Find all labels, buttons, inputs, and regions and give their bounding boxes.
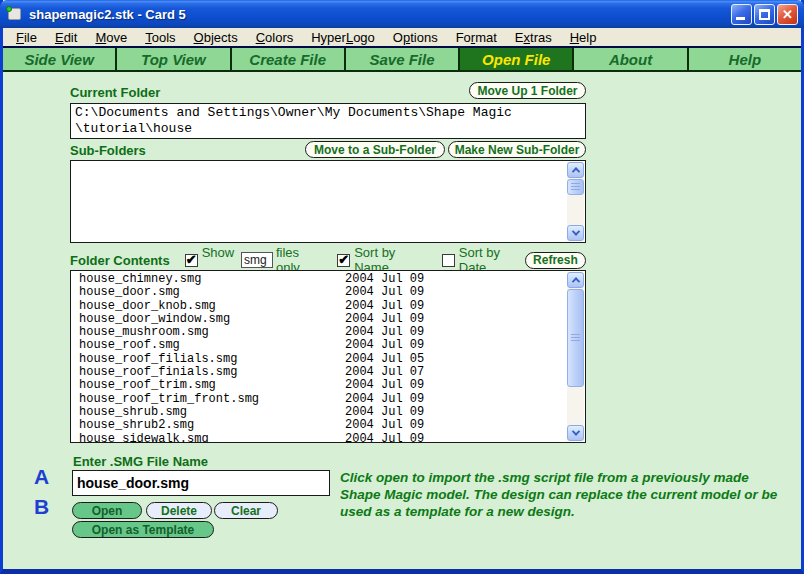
minimize-button[interactable] (731, 4, 752, 25)
tab-help[interactable]: Help (689, 48, 801, 70)
page-content: Current Folder Move Up 1 Folder C:\Docum… (3, 72, 801, 569)
sort-by-date-checkbox[interactable]: ✔ (442, 254, 455, 267)
app-window: shapemagic2.stk - Card 5 ✕ FileEditMoveT… (0, 0, 804, 574)
close-icon: ✕ (778, 5, 797, 24)
sub-folders-label: Sub-Folders (70, 143, 146, 158)
menu-item-tools[interactable]: Tools (136, 29, 184, 46)
show-filter-checkbox[interactable]: ✔ (185, 254, 198, 267)
file-row[interactable]: house_sidewalk.smg2004 Jul 09 (79, 433, 568, 443)
title-bar: shapemagic2.stk - Card 5 ✕ (0, 0, 804, 28)
chevron-up-icon (571, 167, 579, 175)
menu-item-format[interactable]: Format (447, 29, 506, 46)
menu-item-hyperlogo[interactable]: HyperLogo (302, 29, 384, 46)
file-row[interactable]: house_chimney.smg2004 Jul 09 (79, 273, 568, 286)
checkmark-icon: ✔ (186, 252, 197, 267)
make-new-subfolder-button[interactable]: Make New Sub-Folder (448, 141, 586, 158)
sub-folders-scrollbar (567, 162, 584, 241)
clear-button[interactable]: Clear (214, 502, 278, 519)
file-row[interactable]: house_shrub.smg2004 Jul 09 (79, 406, 568, 419)
window-title: shapemagic2.stk - Card 5 (29, 7, 725, 22)
scroll-down-button[interactable] (567, 425, 584, 441)
extension-input[interactable] (241, 252, 273, 268)
marker-a: A (34, 465, 49, 489)
open-button[interactable]: Open (72, 502, 142, 519)
file-list: house_chimney.smg2004 Jul 09house_door.s… (71, 271, 568, 442)
file-row[interactable]: house_mushroom.smg2004 Jul 09 (79, 326, 568, 339)
marker-b: B (34, 495, 49, 519)
tab-save-file[interactable]: Save File (346, 48, 460, 70)
path-line-1: C:\Documents and Settings\Owner\My Docum… (75, 105, 581, 121)
menu-item-file[interactable]: File (7, 29, 46, 46)
tab-side-view[interactable]: Side View (3, 48, 117, 70)
tab-bar: Side ViewTop ViewCreate FileSave FileOpe… (3, 48, 801, 72)
file-row[interactable]: house_roof_filials.smg2004 Jul 05 (79, 353, 568, 366)
menu-item-objects[interactable]: Objects (185, 29, 247, 46)
menu-item-colors[interactable]: Colors (247, 29, 303, 46)
menu-item-options[interactable]: Options (384, 29, 447, 46)
scrollbar-thumb[interactable] (567, 289, 584, 387)
scroll-down-button[interactable] (567, 225, 584, 241)
chevron-down-icon (571, 427, 579, 435)
file-row[interactable]: house_door_knob.smg2004 Jul 09 (79, 300, 568, 313)
file-row[interactable]: house_roof_trim.smg2004 Jul 09 (79, 379, 568, 392)
menu-item-move[interactable]: Move (86, 29, 136, 46)
current-folder-label: Current Folder (70, 85, 160, 100)
current-folder-path-field[interactable]: C:\Documents and Settings\Owner\My Docum… (70, 103, 586, 139)
app-icon (6, 6, 23, 22)
sort-by-name-checkbox[interactable]: ✔ (337, 254, 350, 267)
folder-contents-label: Folder Contents (70, 253, 170, 268)
folder-contents-listbox[interactable]: house_chimney.smg2004 Jul 09house_door.s… (70, 270, 586, 443)
minimize-icon (736, 17, 745, 20)
file-row[interactable]: house_roof_finials.smg2004 Jul 07 (79, 366, 568, 379)
scroll-up-button[interactable] (567, 162, 584, 178)
refresh-button[interactable]: Refresh (525, 252, 586, 269)
tab-create-file[interactable]: Create File (232, 48, 346, 70)
sub-folders-listbox[interactable] (70, 160, 586, 243)
maximize-button[interactable] (754, 4, 775, 25)
move-to-subfolder-button[interactable]: Move to a Sub-Folder (305, 141, 445, 158)
file-row[interactable]: house_roof.smg2004 Jul 09 (79, 339, 568, 352)
folder-contents-scrollbar (567, 272, 584, 441)
checkmark-icon: ✔ (338, 252, 349, 267)
delete-button[interactable]: Delete (146, 502, 212, 519)
tab-top-view[interactable]: Top View (117, 48, 231, 70)
instructions-text: Click open to import the .smg script fil… (340, 469, 792, 520)
menu-bar: FileEditMoveToolsObjectsColorsHyperLogoO… (3, 28, 801, 48)
menu-item-edit[interactable]: Edit (46, 29, 86, 46)
tab-about[interactable]: About (574, 48, 688, 70)
menu-item-help[interactable]: Help (561, 29, 606, 46)
path-line-2: \tutorial\house (75, 121, 581, 137)
file-row[interactable]: house_door_window.smg2004 Jul 09 (79, 313, 568, 326)
scrollbar-thumb[interactable] (567, 179, 584, 195)
menu-item-extras[interactable]: Extras (506, 29, 561, 46)
folder-contents-options: Folder Contents ✔ Show . files only ✔ So… (70, 251, 586, 269)
chevron-down-icon (571, 227, 579, 235)
tab-open-file[interactable]: Open File (460, 48, 574, 70)
maximize-icon (759, 9, 770, 20)
scroll-up-button[interactable] (567, 272, 584, 288)
file-row[interactable]: house_roof_trim_front.smg2004 Jul 09 (79, 393, 568, 406)
move-up-folder-button[interactable]: Move Up 1 Folder (469, 82, 586, 99)
close-button[interactable]: ✕ (777, 4, 798, 25)
open-as-template-button[interactable]: Open as Template (72, 521, 214, 538)
chevron-up-icon (571, 277, 579, 285)
enter-filename-label: Enter .SMG File Name (73, 454, 208, 469)
filename-input[interactable] (72, 470, 330, 496)
file-row[interactable]: house_door.smg2004 Jul 09 (79, 286, 568, 299)
file-row[interactable]: house_shrub2.smg2004 Jul 09 (79, 419, 568, 432)
